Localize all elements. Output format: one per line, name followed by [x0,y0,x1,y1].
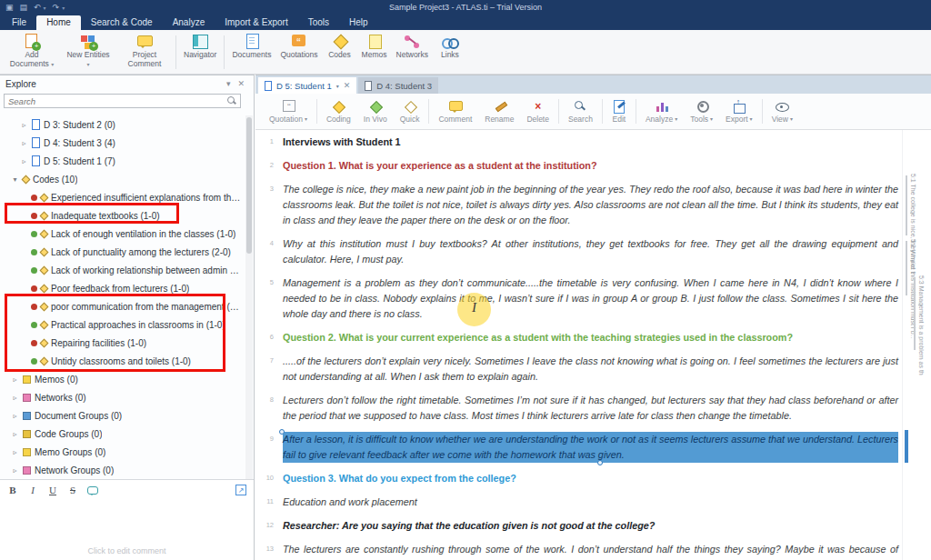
paragraph[interactable]: 2 Question 1. What is your experience as… [259,158,898,174]
paragraph[interactable]: 4 Why at this institution must I buy tex… [259,236,898,267]
tree-item-code[interactable]: Lack of enough ventilation in the classe… [0,225,243,243]
close-tab-icon[interactable]: ✕ [344,81,351,90]
comment-bubble-icon[interactable] [87,486,98,495]
bold-button[interactable]: B [7,485,18,495]
paragraph[interactable]: 13 The lecturers are constantly rushing … [259,542,898,560]
export-button[interactable]: Export▾ [719,94,759,129]
quotation-bar[interactable] [914,277,916,350]
networks-button[interactable]: Networks [392,32,433,73]
paragraph[interactable]: 8 Lecturers don’t follow the right timet… [259,393,898,424]
chevron-down-icon[interactable]: ▾ [11,175,19,184]
tab-d5-student-1[interactable]: D 5: Student 1 ▾ ✕ [258,77,356,94]
analyze-button[interactable]: Analyze▾ [639,94,684,129]
paragraph-text[interactable]: .....of the lecturers don’t explain very… [283,354,898,385]
paragraph-text[interactable]: The college is nice, they make a new pai… [283,182,898,228]
tree-item-code[interactable]: Practical approaches in classrooms in (1… [0,315,243,334]
navigator-button[interactable]: Navigator [179,32,221,73]
selected-text[interactable]: After a lesson, it is difficult to know … [283,432,898,463]
search-icon[interactable] [227,96,236,105]
tree-item-codes-header[interactable]: ▾ Codes (10) [0,170,243,188]
paragraph[interactable]: 11 Education and work placement [259,495,898,510]
tree-item-code[interactable]: Untidy classrooms and toilets (1-0) [0,352,243,370]
add-documents-button[interactable]: Add Documents ▾ [4,32,60,73]
chevron-right-icon[interactable]: ▹ [11,375,19,384]
paragraph-text[interactable]: Researcher: Are you saying that the educ… [283,518,898,534]
paragraph-text[interactable]: Why at this institution must I buy textb… [283,236,898,267]
quotation-margin-label[interactable]: 5:3 Management is a problem as th… [918,275,925,375]
selection-end-handle[interactable] [597,460,603,465]
coding-button[interactable]: Coding [320,94,357,129]
codes-button[interactable]: Codes [323,32,357,73]
panel-close-icon[interactable]: ✕ [234,79,248,88]
chevron-right-icon[interactable]: ▹ [11,448,19,456]
tree-item-document[interactable]: ▹ D 3: Student 2 (0) [0,115,243,134]
memos-button[interactable]: Memos [357,32,392,73]
scrollbar-thumb[interactable] [246,117,252,254]
tab-d4-student-3[interactable]: D 4: Student 3 [358,77,438,94]
search-input[interactable] [8,96,224,106]
links-button[interactable]: Links [433,32,467,73]
paragraph-text[interactable]: Management is a problem as they don’t co… [283,275,898,322]
chevron-down-icon[interactable]: ▾ [336,83,339,89]
underline-button[interactable]: U [47,485,58,495]
paragraph-text[interactable]: Interviews with Student 1 [283,135,898,150]
project-comment-button[interactable]: Project Comment [116,32,173,73]
tree-item-document-groups[interactable]: ▹ Document Groups (0) [0,406,243,425]
tree-item-network-groups[interactable]: ▹ Network Groups (0) [0,461,243,479]
paragraph-text[interactable]: Question 2. What is your current experie… [283,330,898,345]
tree-item-code[interactable]: Experienced insufficient explanations fr… [0,188,243,206]
menu-home[interactable]: Home [36,15,81,30]
quotation-button[interactable]: Quotation▾ [263,94,314,129]
chevron-right-icon[interactable]: ▹ [11,466,19,475]
paragraph[interactable]: 6 Question 2. What is your current exper… [259,330,898,345]
expand-comment-icon[interactable]: ↗ [235,485,246,495]
menu-file[interactable]: File [2,15,36,30]
italic-button[interactable]: I [27,485,38,495]
tree-item-code[interactable]: poor communication from the management (… [0,297,243,315]
menu-tools[interactable]: Tools [298,15,339,30]
quick-coding-button[interactable]: Quick [394,94,426,129]
quotation-bar[interactable] [906,175,907,235]
edit-button[interactable]: Edit [606,94,633,129]
chevron-right-icon[interactable]: ▹ [11,412,19,420]
comment-hint[interactable]: Click to edit comment [0,546,254,555]
chevron-right-icon[interactable]: ▹ [20,139,28,147]
paragraph[interactable]: 12 Researcher: Are you saying that the e… [259,518,898,534]
paragraph[interactable]: 7 .....of the lecturers don’t explain ve… [259,354,898,385]
documents-button[interactable]: Documents [227,32,275,73]
menu-help[interactable]: Help [339,15,378,30]
menu-import-export[interactable]: Import & Export [215,15,297,30]
menu-search-code[interactable]: Search & Code [81,15,163,30]
search-button[interactable]: Search [562,94,599,129]
paragraph[interactable]: 1 Interviews with Student 1 [259,135,898,150]
selection-start-handle[interactable] [279,429,285,435]
comment-editor[interactable]: B I U S ↗ Click to edit comment [0,479,254,560]
paragraph-text[interactable]: The lecturers are constantly rushing thr… [283,542,898,560]
paragraph-text[interactable]: Lecturers don’t follow the right timetab… [283,393,898,424]
tools-button[interactable]: Tools▾ [684,94,719,129]
rename-button[interactable]: Rename [478,94,520,129]
tree-item-code[interactable]: Lack of punctuality among the lecturers … [0,243,243,261]
chevron-right-icon[interactable]: ▹ [20,121,28,129]
tree-item-document[interactable]: ▹ D 4: Student 3 (4) [0,134,243,152]
tree-item-code-groups[interactable]: ▹ Code Groups (0) [0,425,243,443]
chevron-right-icon[interactable]: ▹ [11,394,19,402]
comment-button[interactable]: Comment [432,94,478,129]
new-entities-button[interactable]: New Entities ▾ [60,32,116,73]
paragraph[interactable]: 5 Management is a problem as they don’t … [259,275,898,322]
tree-item-code[interactable]: Repairing facilities (1-0) [0,334,243,352]
selection-margin-bar[interactable] [905,430,908,463]
quotation-bar[interactable] [906,241,907,295]
paragraph-text[interactable]: Question 1. What is your experience as a… [283,158,898,174]
view-button[interactable]: View▾ [766,94,799,129]
paragraph-selected[interactable]: 9 After a lesson, it is difficult to kno… [259,432,898,463]
paragraph-text[interactable]: Education and work placement [283,495,898,510]
paragraph[interactable]: 10 Question 3. What do you expect from t… [259,471,898,486]
quotations-button[interactable]: Quotations [275,32,322,73]
tree-item-code[interactable]: Inadequate textbooks (1-0) [0,206,243,225]
paragraph[interactable]: 3 The college is nice, they make a new p… [259,182,898,228]
tree-item-code[interactable]: Poor feedback from lecturers (1-0) [0,279,243,297]
delete-button[interactable]: × Delete [520,94,556,129]
tree-item-memo-groups[interactable]: ▹ Memo Groups (0) [0,443,243,461]
panel-pin-icon[interactable]: ▾ [223,79,235,88]
